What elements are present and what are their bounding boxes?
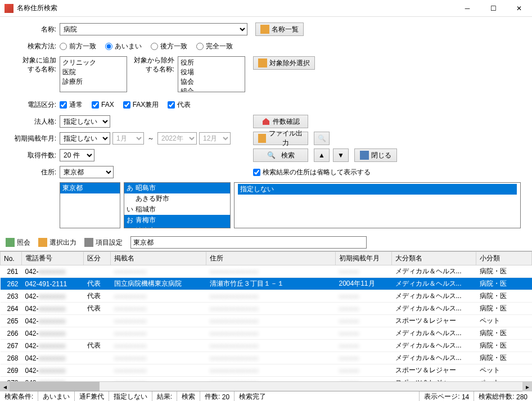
include-label: 対象に追加する名称:: [11, 56, 56, 74]
name-combo[interactable]: 病院: [60, 23, 247, 35]
scroll-left[interactable]: ◂: [0, 382, 10, 391]
name-list-button[interactable]: 名称一覧: [255, 22, 304, 36]
magnifier-button[interactable]: 🔍: [314, 132, 330, 145]
browse-link[interactable]: 照会: [6, 238, 30, 247]
count-label: 取得件数:: [11, 151, 56, 160]
status-corp: 指定しない: [109, 391, 152, 401]
subarea-box: 指定しない: [234, 182, 521, 228]
pref-combo[interactable]: 東京都: [60, 166, 114, 178]
door-icon: [360, 151, 369, 160]
statusbar: 検索条件: あいまい 通F兼代 指定しない 結果: 検索 件数: 20 検索完了…: [0, 391, 532, 401]
confirm-button[interactable]: 件数確認: [253, 115, 308, 128]
table-row[interactable]: 267042-xxxxxxxx代表○○○○○○○○○○○○○○○○○○○○○○○…: [1, 340, 532, 352]
h-scrollbar[interactable]: ◂ ▸: [0, 381, 532, 391]
search-icon: 🔍: [318, 134, 326, 142]
phone-label: 電話区分:: [11, 100, 56, 110]
exclude-textarea[interactable]: 役所 役場 協会 組合: [178, 56, 245, 92]
path-input[interactable]: [130, 236, 367, 249]
status-count: 件数: 20: [200, 391, 235, 401]
col-cat2[interactable]: 小分類: [476, 252, 532, 265]
titlebar: 名称住所検索 ─ ☐ ✕: [0, 0, 532, 17]
close-button[interactable]: ✕: [506, 0, 532, 17]
status-cond: あいまい: [38, 391, 75, 401]
colset-link[interactable]: 項目設定: [84, 238, 123, 247]
city-item[interactable]: い稲城市: [124, 204, 230, 215]
table-row[interactable]: 264042-xxxxxxxx代表○○○○○○○○○○○○○○○○○○○○○○○…: [1, 303, 532, 315]
table-row[interactable]: 261042-xxxxxxxx○○○○○○○○○○○○○○○○○○○○○○○○○…: [1, 265, 532, 278]
ym-to-year[interactable]: 2022年: [157, 132, 197, 145]
scroll-thumb[interactable]: [10, 382, 100, 391]
city-item[interactable]: お青梅市: [124, 215, 230, 226]
city-item[interactable]: き清瀬市: [124, 226, 230, 228]
toolbar: 照会 選択出力 項目設定: [0, 234, 532, 251]
include-textarea[interactable]: クリニック 医院 診療所: [60, 56, 127, 92]
window-title: 名称住所検索: [17, 3, 454, 13]
table-row[interactable]: 263042-xxxxxxxx代表○○○○○○○○○○○○○○○○○○○○○○○…: [1, 290, 532, 303]
exclude-select-button[interactable]: 対象除外選択: [253, 56, 315, 70]
corp-label: 法人格:: [11, 117, 56, 127]
check-rep[interactable]: 代表: [168, 100, 191, 110]
pref-item[interactable]: 東京都: [60, 183, 120, 193]
status-search-label: 検索: [177, 391, 200, 401]
close-panel-button[interactable]: 閉じる: [354, 148, 397, 162]
check-faxcombo[interactable]: FAX兼用: [123, 100, 159, 110]
col-name[interactable]: 掲載名: [111, 252, 206, 265]
ym-from-month[interactable]: 1月: [112, 132, 144, 145]
col-ym[interactable]: 初期掲載年月: [336, 252, 392, 265]
col-cat1[interactable]: 大分類名: [392, 252, 476, 265]
search-button[interactable]: 🔍検索: [253, 148, 308, 162]
city-item[interactable]: あきる野市: [124, 193, 230, 204]
col-addr[interactable]: 住所: [206, 252, 336, 265]
doc-icon: [6, 238, 15, 247]
corporate-combo[interactable]: 指定しない: [60, 115, 110, 128]
col-kubun[interactable]: 区分: [84, 252, 111, 265]
count-combo[interactable]: 20 件: [60, 149, 94, 161]
table-row[interactable]: 269042-xxxxxxxx○○○○○○○○○○○○○○○○○○○○○○○○○…: [1, 364, 532, 377]
check-normal[interactable]: 通常: [60, 100, 83, 110]
addr-label: 住所:: [11, 168, 56, 177]
export-button[interactable]: ファイル出力: [253, 132, 308, 145]
radio-prefix[interactable]: 前方一致: [60, 42, 96, 51]
folder-open-icon: [258, 134, 266, 143]
table-row[interactable]: 268042-xxxxxxxx○○○○○○○○○○○○○○○○○○○○○○○○○…: [1, 352, 532, 364]
abbreviate-check[interactable]: 検索結果の住所は省略して表示する: [253, 168, 371, 177]
status-done: 検索完了: [235, 391, 420, 401]
selout-link[interactable]: 選択出力: [38, 238, 76, 247]
scroll-right[interactable]: ▸: [522, 382, 532, 391]
status-cond-label: 検索条件:: [0, 391, 38, 401]
radio-suffix[interactable]: 後方一致: [151, 42, 187, 51]
radio-exact[interactable]: 完全一致: [196, 42, 233, 51]
search-method-label: 検索方法:: [11, 42, 56, 51]
table-row[interactable]: 262042-491-2111代表国立病院機構東京病院清瀬市竹丘３丁目１－１20…: [1, 278, 532, 290]
folder-icon: [38, 238, 47, 247]
up-button[interactable]: ▲: [314, 148, 330, 162]
home-icon: [262, 117, 270, 126]
table-row[interactable]: 270042-xxxxxxxx○○○○○○○○○○○○○○○○○○○○○○○○○…: [1, 377, 532, 382]
col-no[interactable]: No.: [1, 252, 22, 265]
check-fax[interactable]: FAX: [92, 101, 114, 109]
city-item[interactable]: あ昭島市: [124, 183, 230, 193]
ym-from-era[interactable]: 指定しない: [60, 132, 110, 145]
search-icon: 🔍: [267, 151, 276, 159]
status-total: 検索総件数: 280: [474, 391, 532, 401]
subarea-item[interactable]: 指定しない: [238, 184, 517, 195]
table-row[interactable]: 266042-xxxxxxxx○○○○○○○○○○○○○○○○○○○○○○○○○…: [1, 327, 532, 340]
radio-fuzzy[interactable]: あいまい: [105, 42, 142, 51]
col-phone[interactable]: 電話番号: [22, 252, 84, 265]
down-button[interactable]: ▼: [333, 148, 349, 162]
minimize-button[interactable]: ─: [454, 0, 480, 17]
app-icon: [4, 4, 13, 13]
name-label: 名称:: [11, 25, 56, 34]
ym-to-month[interactable]: 12月: [199, 132, 231, 145]
prefecture-listbox[interactable]: 東京都: [60, 182, 120, 228]
grid-icon: [84, 238, 93, 247]
status-result-label: 結果:: [152, 391, 177, 401]
exclude-label: 対象から除外する名称:: [132, 56, 174, 74]
maximize-button[interactable]: ☐: [480, 0, 506, 17]
table-row[interactable]: 265042-xxxxxxxx○○○○○○○○○○○○○○○○○○○○○○○○○…: [1, 315, 532, 327]
result-table-wrap[interactable]: No. 電話番号 区分 掲載名 住所 初期掲載年月 大分類名 小分類 26104…: [0, 251, 532, 381]
list-icon: [260, 25, 269, 34]
city-listbox[interactable]: あ昭島市あきる野市い稲城市お青梅市き清瀬市: [124, 182, 231, 228]
status-phone: 通F兼代: [75, 391, 109, 401]
ym-label: 初期掲載年月:: [11, 134, 56, 143]
